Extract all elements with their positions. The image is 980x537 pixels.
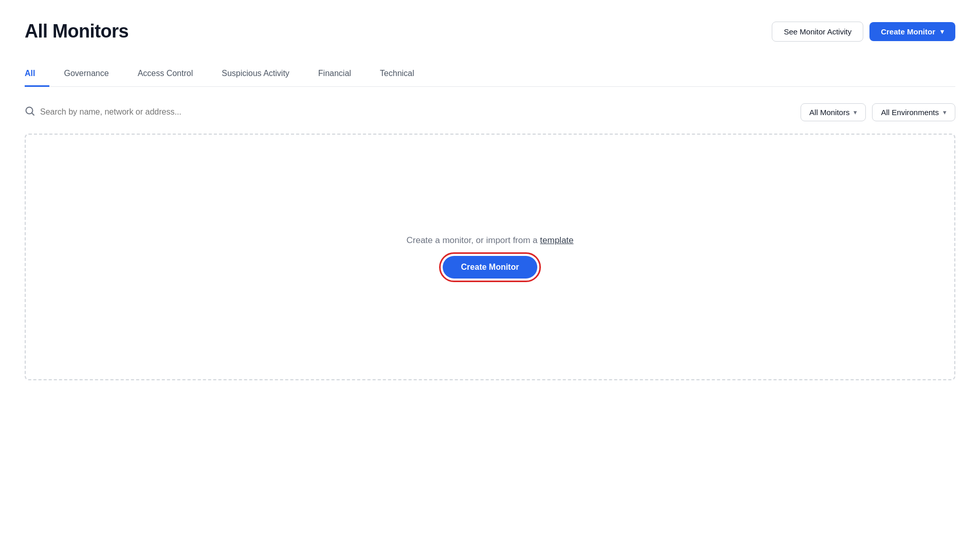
tab-suspicious-activity[interactable]: Suspicious Activity	[207, 63, 304, 87]
see-monitor-activity-button[interactable]: See Monitor Activity	[772, 22, 863, 42]
search-wrapper	[25, 106, 794, 119]
empty-state-text: Create a monitor, or import from a templ…	[406, 235, 573, 246]
search-row: All Monitors ▾ All Environments ▾	[25, 103, 955, 121]
tab-governance[interactable]: Governance	[49, 63, 123, 87]
template-link[interactable]: template	[540, 235, 573, 245]
tab-technical[interactable]: Technical	[366, 63, 429, 87]
empty-state-area: Create a monitor, or import from a templ…	[25, 134, 955, 380]
tab-all[interactable]: All	[25, 63, 49, 87]
page-header: All Monitors See Monitor Activity Create…	[25, 21, 955, 42]
all-monitors-filter[interactable]: All Monitors ▾	[801, 103, 866, 121]
create-monitor-center-button[interactable]: Create Monitor	[443, 256, 538, 279]
create-monitor-button[interactable]: Create Monitor ▾	[869, 22, 955, 41]
all-environments-chevron-icon: ▾	[943, 108, 947, 116]
empty-content: Create a monitor, or import from a templ…	[406, 235, 573, 279]
svg-line-1	[32, 113, 34, 115]
tab-financial[interactable]: Financial	[304, 63, 366, 87]
tab-access-control[interactable]: Access Control	[123, 63, 208, 87]
search-icon	[25, 106, 35, 119]
create-monitor-chevron-icon: ▾	[940, 28, 944, 35]
all-monitors-chevron-icon: ▾	[854, 108, 857, 116]
header-actions: See Monitor Activity Create Monitor ▾	[772, 22, 955, 42]
all-environments-filter[interactable]: All Environments ▾	[872, 103, 955, 121]
search-input[interactable]	[40, 107, 794, 117]
tabs-nav: All Governance Access Control Suspicious…	[25, 63, 955, 87]
page-title: All Monitors	[25, 21, 129, 42]
